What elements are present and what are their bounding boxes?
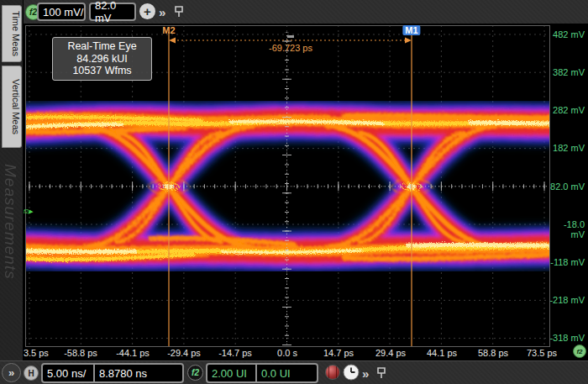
marker-m2-label[interactable]: M2 [162,25,175,35]
clock-button[interactable] [343,364,360,381]
x-tick-label: -29.4 ps [167,348,201,358]
y-tick-label: -118 mV [548,257,585,267]
pin-toolbar-icon[interactable] [173,5,185,18]
x-tick-label: 0.0 s [277,348,297,358]
y-tick-label: 482 mV [548,29,585,39]
horizontal-toolbar: » H 5.00 ns/ 8.8780 ns f2 2.00 UI 0.0 UI… [0,360,588,384]
marker-delta-handle[interactable] [287,35,294,38]
y-axis-channel-badge[interactable]: f2 [573,345,586,358]
channel-level-marker[interactable]: f2▶ [24,208,33,214]
x-tick-label: -44.1 ps [116,348,150,358]
delta-arrow-right [405,38,412,44]
vertical-toolbar: f2 100 mV/ 82.0 mV + » [24,0,588,24]
add-button[interactable]: + [139,3,155,19]
info-title: Real-Time Eye [55,40,150,53]
x-tick-label: -14.7 ps [218,348,252,358]
horizontal-inputs: 5.00 ns/ 8.8780 ns [41,363,184,383]
x-tick-label: 73.5 ps [527,348,557,358]
marker-m1-label[interactable]: M1 [402,25,420,35]
info-waveform-count: 10537 Wfms [55,65,150,77]
y-tick-label: -18.0 mV [548,219,585,239]
x-tick-label: 29.4 ps [375,348,406,358]
horizontal-scale-input[interactable]: 5.00 ns/ [43,365,93,381]
y-tick-label: -318 mV [548,333,585,343]
ui-offset-input[interactable]: 0.0 UI [255,365,317,381]
marker-delta-value: -69.723 ps [269,43,312,53]
x-tick-label: -58.8 ps [64,348,97,358]
x-tick-label: 14.7 ps [323,348,354,358]
vertical-offset-input[interactable]: 82.0 mV [89,3,136,21]
tab-vertical-meas[interactable]: Vertical Meas [2,66,22,148]
f2-source-badge[interactable]: f2 [187,365,203,381]
x-tick-label: 44.1 ps [427,348,457,358]
run-stop-stripes [328,366,337,378]
y-tick-label: 282 mV [548,105,585,115]
tab-time-meas[interactable]: Time Meas [2,5,22,62]
y-tick-label: -218 mV [548,295,585,305]
y-tick-label: 82.0 mV [548,181,585,192]
y-tick-label: 182 mV [548,143,585,153]
vertical-scale-input[interactable]: 100 mV/ [37,3,86,21]
expand-sidebar-button[interactable]: » [2,363,21,382]
x-tick-label: 58.8 ps [478,348,508,358]
eye-info-box[interactable]: Real-Time Eye 84.296 kUI 10537 Wfms [52,37,152,81]
expand-bottom-toolbar-icon[interactable]: » [362,366,367,381]
run-stop-button[interactable] [325,365,340,380]
oscilloscope-window: Real-Time Eye 84.296 kUI 10537 Wfms M2 M… [0,0,588,384]
measurements-watermark: Measurements [1,164,19,349]
horizontal-delay-input[interactable]: 8.8780 ns [93,365,182,381]
expand-toolbar-icon[interactable]: » [159,5,164,19]
delta-arrow-left [169,38,176,44]
ui-inputs: 2.00 UI 0.0 UI [206,363,318,383]
ui-scale-input[interactable]: 2.00 UI [207,365,255,381]
pin-bottom-toolbar-icon[interactable] [375,366,387,380]
measurement-sidebar: Time Meas Vertical Meas Measurements [0,0,24,384]
horizontal-badge[interactable]: H [24,366,39,381]
y-tick-label: 382 mV [548,67,585,77]
info-ui-count: 84.296 kUI [55,53,150,66]
